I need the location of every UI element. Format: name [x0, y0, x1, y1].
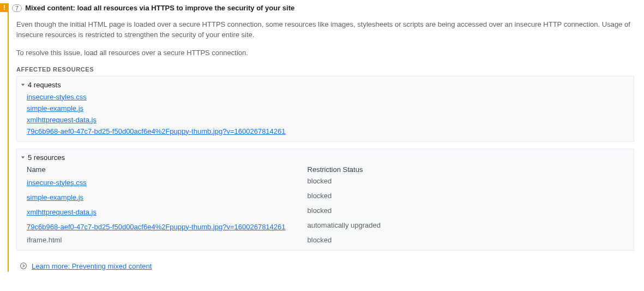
- request-link[interactable]: xmlhttprequest-data.js: [27, 116, 97, 124]
- resource-link[interactable]: insecure-styles.css: [27, 179, 87, 187]
- svg-point-0: [21, 263, 27, 269]
- issue-count-badge: 7: [12, 4, 22, 12]
- resource-status: blocked: [308, 190, 402, 205]
- resources-panel: 5 resources Name Restriction Status inse…: [16, 149, 634, 251]
- resources-table: Name Restriction Status insecure-styles.…: [17, 164, 408, 247]
- issue-resolution: To resolve this issue, load all resource…: [16, 48, 634, 58]
- issue-body: ! 7 Mixed content: load all resources vi…: [8, 3, 640, 272]
- requests-panel: 4 requests insecure-styles.css simple-ex…: [16, 76, 634, 142]
- requests-panel-title: 4 requests: [28, 81, 61, 89]
- resource-link[interactable]: simple-example.js: [27, 193, 83, 201]
- table-row: iframe.html blocked: [27, 234, 402, 246]
- arrow-circle-icon: [20, 262, 27, 270]
- request-link[interactable]: simple-example.js: [27, 104, 83, 112]
- requests-list: insecure-styles.css simple-example.js xm…: [17, 91, 634, 138]
- issue-container: ! 7 Mixed content: load all resources vi…: [0, 0, 644, 280]
- chevron-down-icon: [20, 82, 26, 87]
- learn-more-row: Learn more: Preventing mixed content: [16, 257, 634, 272]
- table-row: xmlhttprequest-data.js blocked: [27, 205, 402, 219]
- table-row: simple-example.js blocked: [27, 190, 402, 205]
- request-link[interactable]: insecure-styles.css: [27, 93, 87, 101]
- resource-status: automatically upgraded: [308, 219, 402, 234]
- table-row: 79c6b968-aef0-47c7-bd25-f50d00acf6e4%2Fp…: [27, 219, 402, 234]
- resources-panel-header[interactable]: 5 resources: [17, 151, 634, 164]
- resources-panel-title: 5 resources: [28, 153, 65, 162]
- issue-header[interactable]: ! 7 Mixed content: load all resources vi…: [0, 3, 640, 12]
- resource-link[interactable]: xmlhttprequest-data.js: [27, 208, 97, 216]
- affected-resources-label: AFFECTED RESOURCES: [16, 66, 634, 73]
- chevron-down-icon: [20, 155, 26, 160]
- issue-description: Even though the initial HTML page is loa…: [16, 20, 634, 40]
- table-header-row: Name Restriction Status: [27, 164, 402, 175]
- requests-panel-header[interactable]: 4 requests: [17, 79, 634, 91]
- warning-icon: !: [0, 3, 9, 12]
- request-link[interactable]: 79c6b968-aef0-47c7-bd25-f50d00acf6e4%2Fp…: [27, 127, 286, 135]
- issue-title: Mixed content: load all resources via HT…: [25, 4, 294, 12]
- table-row: insecure-styles.css blocked: [27, 175, 402, 190]
- resource-name: iframe.html: [27, 234, 308, 246]
- resource-status: blocked: [308, 205, 402, 219]
- resource-status: blocked: [308, 234, 402, 246]
- learn-more-link[interactable]: Learn more: Preventing mixed content: [32, 262, 152, 270]
- column-name-header: Name: [27, 164, 308, 175]
- column-status-header: Restriction Status: [308, 164, 402, 175]
- resource-link[interactable]: 79c6b968-aef0-47c7-bd25-f50d00acf6e4%2Fp…: [27, 223, 286, 231]
- resource-status: blocked: [308, 175, 402, 190]
